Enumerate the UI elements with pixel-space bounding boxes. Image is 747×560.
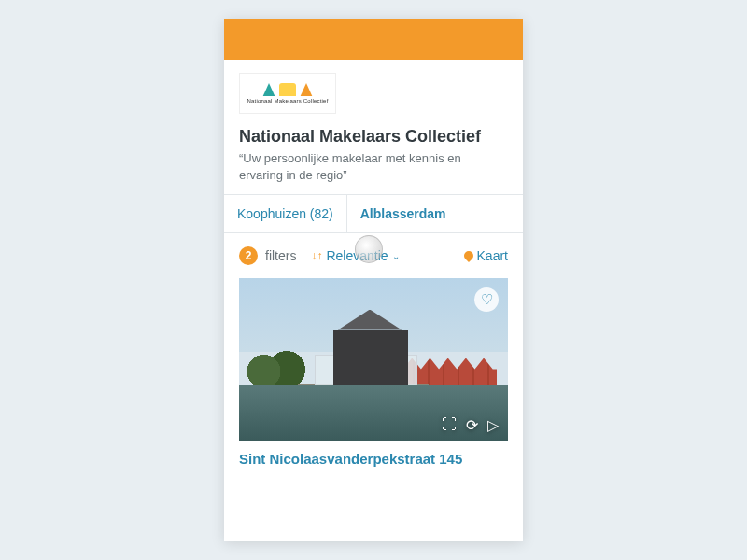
logo-shape — [279, 83, 296, 96]
content-scroll[interactable]: Nationaal Makelaars Collectief Nationaal… — [224, 60, 523, 541]
filter-count-badge: 2 — [239, 246, 258, 265]
listing-card[interactable]: ♡ ⛶ ⟳ ▷ Sint Nicolaasvanderpekstraat 145 — [239, 278, 508, 467]
filters-label: filters — [265, 248, 296, 263]
tab-bar: Koophuizen (82) Alblasserdam — [224, 194, 523, 233]
map-label: Kaart — [477, 248, 508, 263]
sort-label: Relevantie — [326, 248, 388, 263]
photo-decor — [333, 330, 408, 386]
heart-icon: ♡ — [481, 291, 493, 308]
listing-photo[interactable]: ♡ ⛶ ⟳ ▷ — [239, 278, 508, 441]
sort-button[interactable]: ↓↑ Relevantie ⌄ — [311, 248, 399, 263]
photo-decor — [328, 310, 412, 330]
expand-icon[interactable]: ⛶ — [442, 416, 457, 434]
logo-caption: Nationaal Makelaars Collectief — [247, 98, 328, 104]
top-bar — [224, 19, 523, 60]
logo-shape — [298, 83, 315, 96]
filters-button[interactable]: 2 filters — [239, 246, 296, 265]
logo-container: Nationaal Makelaars Collectief — [224, 60, 523, 119]
photo-decor — [247, 349, 313, 386]
brand-logo[interactable]: Nationaal Makelaars Collectief — [239, 73, 336, 114]
mobile-viewport: Nationaal Makelaars Collectief Nationaal… — [224, 19, 523, 541]
listing-title[interactable]: Sint Nicolaasvanderpekstraat 145 — [239, 441, 508, 467]
toolbar: 2 filters ↓↑ Relevantie ⌄ Kaart — [224, 233, 523, 278]
company-tagline: “Uw persoonlijke makelaar met kennis en … — [239, 150, 508, 183]
company-header: Nationaal Makelaars Collectief “Uw perso… — [224, 119, 523, 194]
favorite-button[interactable]: ♡ — [474, 287, 499, 312]
sort-icon: ↓↑ — [311, 250, 322, 261]
tab-location[interactable]: Alblasserdam — [347, 195, 459, 232]
company-name: Nationaal Makelaars Collectief — [239, 127, 508, 147]
tab-koophuizen[interactable]: Koophuizen (82) — [224, 195, 347, 232]
map-pin-icon — [461, 249, 474, 262]
media-controls: ⛶ ⟳ ▷ — [442, 416, 499, 434]
rotate-icon[interactable]: ⟳ — [466, 416, 478, 434]
play-icon[interactable]: ▷ — [487, 416, 499, 434]
logo-shape — [261, 83, 277, 96]
map-button[interactable]: Kaart — [464, 248, 508, 263]
chevron-down-icon: ⌄ — [392, 251, 400, 261]
